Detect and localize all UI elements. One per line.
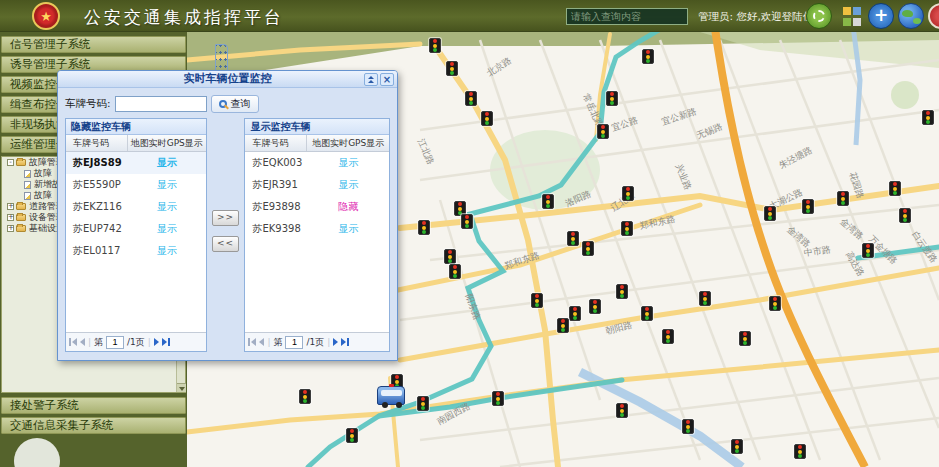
plate-number: 苏EJ8S89 bbox=[66, 156, 128, 170]
close-icon[interactable]: × bbox=[380, 73, 394, 86]
sidebar-item-bottom-0[interactable]: 接处警子系统 bbox=[1, 397, 186, 414]
traffic-signal-icon[interactable] bbox=[794, 444, 806, 459]
traffic-signal-icon[interactable] bbox=[542, 194, 554, 209]
tree-toggle-icon[interactable]: - bbox=[7, 159, 14, 166]
traffic-signal-icon[interactable] bbox=[429, 38, 441, 53]
traffic-signal-icon[interactable] bbox=[606, 91, 618, 106]
pagination-first-button[interactable] bbox=[69, 338, 77, 346]
traffic-signal-icon[interactable] bbox=[446, 61, 458, 76]
sidebar-item-0[interactable]: 信号管理子系统 bbox=[1, 36, 186, 53]
traffic-signal-icon[interactable] bbox=[346, 428, 358, 443]
traffic-signal-icon[interactable] bbox=[597, 124, 609, 139]
table-row[interactable]: 苏E93898隐藏 bbox=[245, 196, 389, 218]
table-row[interactable]: 苏EUP742显示 bbox=[66, 218, 206, 240]
traffic-signal-icon[interactable] bbox=[569, 306, 581, 321]
traffic-signal-icon[interactable] bbox=[567, 231, 579, 246]
dialog-titlebar[interactable]: 实时车辆位置监控 × bbox=[58, 71, 397, 88]
traffic-signal-icon[interactable] bbox=[557, 318, 569, 333]
sidebar-item-bottom-1[interactable]: 交通信息采集子系统 bbox=[1, 417, 186, 434]
pagination-first-button[interactable] bbox=[248, 338, 256, 346]
plate-number: 苏EK9398 bbox=[245, 222, 307, 236]
tree-toggle-icon[interactable]: + bbox=[7, 203, 14, 210]
plus-icon[interactable]: + bbox=[868, 3, 894, 29]
traffic-signal-icon[interactable] bbox=[802, 199, 814, 214]
table-row[interactable]: 苏EKZ116显示 bbox=[66, 196, 206, 218]
move-left-button[interactable]: << bbox=[212, 236, 239, 252]
traffic-signal-icon[interactable] bbox=[531, 293, 543, 308]
page-number-input[interactable] bbox=[285, 336, 303, 349]
traffic-signal-icon[interactable] bbox=[682, 419, 694, 434]
traffic-signal-icon[interactable] bbox=[417, 396, 429, 411]
traffic-signal-icon[interactable] bbox=[699, 291, 711, 306]
traffic-signal-icon[interactable] bbox=[862, 243, 874, 258]
traffic-signal-icon[interactable] bbox=[621, 221, 633, 236]
traffic-signal-icon[interactable] bbox=[616, 284, 628, 299]
pagination-prev-button[interactable] bbox=[80, 338, 85, 346]
traffic-signal-icon[interactable] bbox=[731, 439, 743, 454]
traffic-signal-icon[interactable] bbox=[642, 49, 654, 64]
collapse-icon[interactable] bbox=[364, 73, 378, 86]
vehicle-monitor-dialog: 实时车辆位置监控 × 车牌号码: 查询 隐藏监控车辆 车牌号码 地图实时GPS显… bbox=[57, 70, 398, 361]
table-row[interactable]: 苏EJR391显示 bbox=[245, 174, 389, 196]
query-button[interactable]: 查询 bbox=[211, 95, 259, 113]
traffic-signal-icon[interactable] bbox=[764, 206, 776, 221]
gps-toggle-link[interactable]: 显示 bbox=[128, 222, 206, 236]
traffic-signal-icon[interactable] bbox=[922, 110, 934, 125]
traffic-signal-icon[interactable] bbox=[481, 111, 493, 126]
gps-toggle-link[interactable]: 隐藏 bbox=[307, 200, 389, 214]
plate-number-input[interactable] bbox=[115, 96, 207, 112]
tree-toggle-icon[interactable]: + bbox=[7, 214, 14, 221]
pagination-last-button[interactable] bbox=[341, 338, 349, 346]
globe-icon[interactable] bbox=[898, 3, 924, 29]
police-vehicle-icon[interactable] bbox=[377, 386, 405, 405]
table-row[interactable]: 苏EJ8S89显示 bbox=[66, 152, 206, 174]
table-row[interactable]: 苏E5590P显示 bbox=[66, 174, 206, 196]
table-row[interactable]: 苏EL0117显示 bbox=[66, 240, 206, 262]
gps-toggle-link[interactable]: 显示 bbox=[307, 178, 389, 192]
table-row[interactable]: 苏EK9398显示 bbox=[245, 218, 389, 240]
traffic-signal-icon[interactable] bbox=[299, 389, 311, 404]
gps-toggle-link[interactable]: 显示 bbox=[128, 156, 206, 170]
header-search-input[interactable] bbox=[566, 8, 688, 25]
table-row[interactable]: 苏EQK003显示 bbox=[245, 152, 389, 174]
folder-icon bbox=[16, 225, 26, 232]
logout-icon[interactable] bbox=[928, 3, 939, 29]
pagination-last-button[interactable] bbox=[162, 338, 170, 346]
traffic-signal-icon[interactable] bbox=[662, 329, 674, 344]
plate-number-label: 车牌号码: bbox=[65, 97, 111, 111]
traffic-signal-icon[interactable] bbox=[641, 306, 653, 321]
traffic-signal-icon[interactable] bbox=[582, 241, 594, 256]
gps-toggle-link[interactable]: 显示 bbox=[128, 178, 206, 192]
pagination-next-button[interactable] bbox=[333, 338, 338, 346]
app-title: 公安交通集成指挥平台 bbox=[84, 6, 284, 29]
traffic-signal-icon[interactable] bbox=[889, 181, 901, 196]
traffic-signal-icon[interactable] bbox=[449, 264, 461, 279]
gps-toggle-link[interactable]: 显示 bbox=[128, 200, 206, 214]
traffic-signal-icon[interactable] bbox=[589, 299, 601, 314]
traffic-signal-icon[interactable] bbox=[461, 214, 473, 229]
gps-toggle-link[interactable]: 显示 bbox=[128, 244, 206, 258]
traffic-signal-icon[interactable] bbox=[769, 296, 781, 311]
tree-toggle-icon[interactable]: + bbox=[7, 225, 14, 232]
pagination-next-button[interactable] bbox=[154, 338, 159, 346]
traffic-signal-icon[interactable] bbox=[465, 91, 477, 106]
traffic-signal-icon[interactable] bbox=[739, 331, 751, 346]
refresh-icon[interactable] bbox=[806, 3, 832, 29]
scroll-down-icon[interactable] bbox=[177, 383, 186, 392]
traffic-signal-icon[interactable] bbox=[616, 403, 628, 418]
document-icon bbox=[24, 192, 31, 200]
traffic-signal-icon[interactable] bbox=[622, 186, 634, 201]
gps-toggle-link[interactable]: 显示 bbox=[307, 222, 389, 236]
traffic-signal-icon[interactable] bbox=[444, 249, 456, 264]
traffic-signal-icon[interactable] bbox=[492, 391, 504, 406]
gps-toggle-link[interactable]: 显示 bbox=[307, 156, 389, 170]
traffic-signal-icon[interactable] bbox=[418, 220, 430, 235]
traffic-signal-icon[interactable] bbox=[899, 208, 911, 223]
traffic-signal-icon[interactable] bbox=[837, 191, 849, 206]
plate-number: 苏EUP742 bbox=[66, 222, 128, 236]
pagination-bar: | 第 /1页 | bbox=[66, 332, 206, 351]
page-number-input[interactable] bbox=[106, 336, 124, 349]
grid-icon[interactable] bbox=[843, 7, 862, 26]
move-right-button[interactable]: >> bbox=[212, 210, 239, 226]
pagination-prev-button[interactable] bbox=[259, 338, 264, 346]
